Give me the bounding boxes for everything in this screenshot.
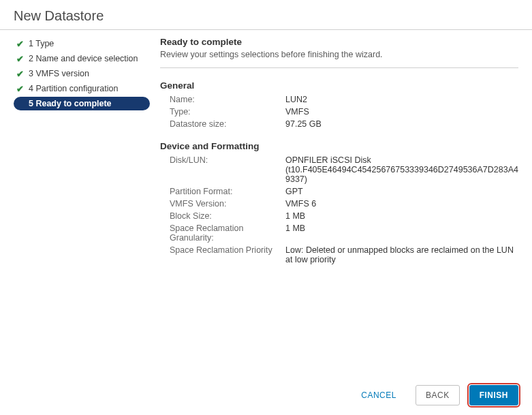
- device-disklun-label: Disk/LUN:: [170, 155, 285, 184]
- step-label: 3 VMFS version: [29, 69, 89, 78]
- step-label: 4 Partition configuration: [29, 84, 118, 93]
- dialog-title: New Datastore: [0, 0, 532, 30]
- general-size-value: 97.25 GB: [285, 119, 518, 129]
- device-gran-label: Space Reclamation Granularity:: [170, 224, 285, 243]
- step-vmfs-version[interactable]: ✔ 3 VMFS version: [14, 67, 150, 80]
- step-label: 5 Ready to complete: [29, 99, 112, 108]
- cancel-button[interactable]: CANCEL: [351, 386, 406, 405]
- general-type-label: Type:: [170, 107, 285, 117]
- step-name-device[interactable]: ✔ 2 Name and device selection: [14, 52, 150, 65]
- device-prio-value: Low: Deleted or unmapped blocks are recl…: [285, 245, 518, 264]
- section-general: General Name: LUN2 Type: VMFS Datastore …: [160, 80, 518, 129]
- page-title: Ready to complete: [160, 37, 518, 47]
- section-heading: General: [160, 80, 518, 91]
- check-icon: ✔: [15, 54, 25, 63]
- device-prio-label: Space Reclamation Priority: [170, 245, 285, 264]
- step-type[interactable]: ✔ 1 Type: [14, 37, 150, 50]
- step-partition-config[interactable]: ✔ 4 Partition configuration: [14, 82, 150, 95]
- main-panel: Ready to complete Review your settings s…: [150, 37, 518, 264]
- general-type-value: VMFS: [285, 107, 518, 117]
- section-heading: Device and Formatting: [160, 141, 518, 151]
- device-gran-value: 1 MB: [285, 224, 518, 243]
- check-icon: ✔: [15, 84, 25, 93]
- device-disklun-value: OPNFILER iSCSI Disk (t10.F405E46494C4542…: [285, 155, 518, 184]
- step-label: 2 Name and device selection: [29, 54, 138, 63]
- device-blocksize-label: Block Size:: [170, 211, 285, 221]
- step-ready-to-complete[interactable]: 5 Ready to complete: [14, 97, 150, 110]
- device-vmfsver-value: VMFS 6: [285, 199, 518, 209]
- check-icon: ✔: [15, 39, 25, 48]
- general-size-label: Datastore size:: [170, 119, 285, 129]
- device-partfmt-label: Partition Format:: [170, 187, 285, 196]
- check-icon: ✔: [15, 69, 25, 78]
- section-device: Device and Formatting Disk/LUN: OPNFILER…: [160, 141, 518, 264]
- footer: CANCEL BACK FINISH: [351, 385, 518, 405]
- finish-button[interactable]: FINISH: [469, 385, 518, 405]
- wizard-steps: ✔ 1 Type ✔ 2 Name and device selection ✔…: [14, 37, 150, 264]
- device-partfmt-value: GPT: [285, 187, 518, 196]
- device-vmfsver-label: VMFS Version:: [170, 199, 285, 209]
- back-button[interactable]: BACK: [416, 385, 460, 405]
- general-name-value: LUN2: [285, 95, 518, 104]
- general-name-label: Name:: [170, 95, 285, 104]
- page-subtitle: Review your settings selections before f…: [160, 50, 518, 68]
- device-blocksize-value: 1 MB: [285, 211, 518, 221]
- step-label: 1 Type: [29, 39, 54, 48]
